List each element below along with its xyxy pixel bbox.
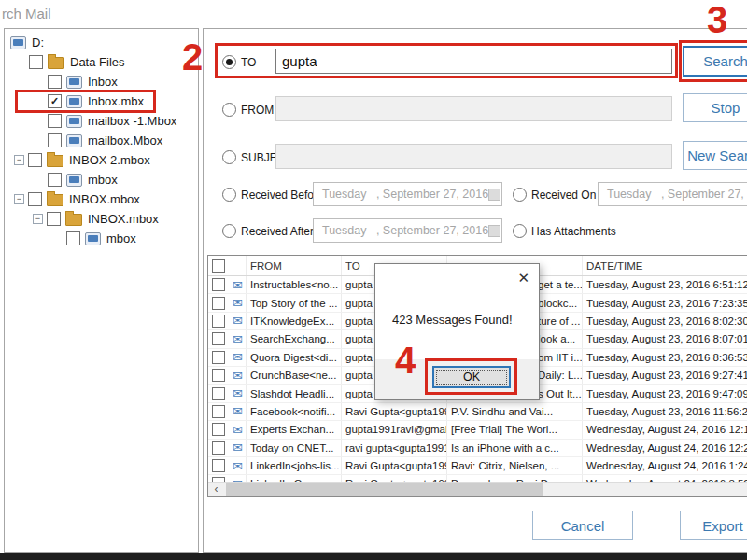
tree-item[interactable]: Inbox xyxy=(5,72,191,91)
received-on-datepicker[interactable]: Tuesday , September 27, 2016 xyxy=(598,182,747,206)
tree-item-label: Inbox xyxy=(88,75,118,89)
calendar-icon xyxy=(488,189,500,201)
envelope-icon: ✉ xyxy=(233,297,243,309)
table-row[interactable]: ✉ Facebook<notifi... Ravi Gupta<gupta199… xyxy=(208,403,747,421)
new-search-button[interactable]: New Search xyxy=(683,141,747,170)
row-checkbox[interactable] xyxy=(212,387,225,400)
tree-item[interactable]: − INBOX 2.mbox xyxy=(5,150,191,170)
has-attachments-label: Has Attachments xyxy=(531,225,616,238)
tree-item[interactable]: mailbox -1.Mbox xyxy=(5,111,191,131)
row-checkbox[interactable] xyxy=(212,278,225,291)
collapse-icon[interactable]: − xyxy=(14,194,24,204)
tree-checkbox[interactable] xyxy=(29,55,43,69)
tree-item-label: Inbox.mbx xyxy=(88,94,144,108)
row-from: Experts Exchan... xyxy=(247,421,342,438)
tree-checkbox[interactable] xyxy=(48,75,62,89)
scroll-left-arrow-icon[interactable]: ‹ xyxy=(208,483,224,496)
has-attachments-radio[interactable] xyxy=(513,224,527,238)
collapse-icon[interactable]: − xyxy=(33,214,43,224)
subject-radio[interactable] xyxy=(222,150,236,164)
tree-item[interactable]: mbox xyxy=(5,170,191,189)
tree-item[interactable]: mailbox.Mbox xyxy=(5,131,191,150)
tree-checkbox[interactable] xyxy=(48,114,62,128)
received-on-value: Tuesday , September 27, 2016 xyxy=(607,188,747,201)
collapse-icon[interactable]: − xyxy=(14,155,24,165)
row-subject: Is an iPhone with a c... xyxy=(447,440,583,456)
row-checkbox[interactable] xyxy=(212,405,225,418)
tree-item[interactable]: Data Files xyxy=(5,52,191,72)
search-button[interactable]: Search xyxy=(683,46,747,77)
stop-button[interactable]: Stop xyxy=(683,93,747,122)
row-from: Instructables<no... xyxy=(247,276,342,293)
tree-checkbox[interactable] xyxy=(28,192,42,206)
table-row[interactable]: ✉ Today on CNET... ravi gupta<gupta1991r… xyxy=(208,440,747,457)
horizontal-scrollbar[interactable]: ‹ xyxy=(208,482,747,496)
mail-icon xyxy=(66,76,82,89)
from-input[interactable] xyxy=(275,96,672,121)
to-input[interactable] xyxy=(275,49,672,74)
annotation-number-3: 3 xyxy=(707,1,727,38)
subject-input[interactable] xyxy=(275,144,672,169)
row-datetime: Tuesday, August 23, 2016 9:27:41 xyxy=(583,367,747,384)
tree-checkbox[interactable] xyxy=(28,153,42,167)
mail-icon xyxy=(66,134,82,147)
row-checkbox[interactable] xyxy=(212,351,225,364)
received-after-datepicker[interactable]: Tuesday , September 27, 2016 ▼ xyxy=(313,218,502,243)
tree-checkbox[interactable] xyxy=(48,94,62,108)
tree-item[interactable]: Inbox.mbx xyxy=(5,91,191,111)
close-icon[interactable]: ✕ xyxy=(517,270,529,287)
row-datetime: Tuesday, August 23, 2016 6:51:12 xyxy=(583,276,747,293)
table-row[interactable]: ✉ Experts Exchan... gupta1991ravi@gmail.… xyxy=(208,421,747,439)
row-checkbox[interactable] xyxy=(212,297,225,310)
row-from: Today on CNET... xyxy=(247,440,342,456)
envelope-icon: ✉ xyxy=(233,424,243,436)
export-button[interactable]: Export xyxy=(680,511,747,540)
row-checkbox[interactable] xyxy=(212,441,225,455)
tree-checkbox[interactable] xyxy=(48,173,62,187)
received-on-radio[interactable] xyxy=(513,188,527,202)
envelope-icon: ✉ xyxy=(233,370,243,382)
from-label: FROM xyxy=(241,104,274,117)
ok-button[interactable]: OK xyxy=(432,366,511,388)
to-radio[interactable] xyxy=(222,55,236,69)
received-before-radio[interactable] xyxy=(222,188,236,202)
folder-icon xyxy=(65,214,82,226)
datetime-column-header[interactable]: DATE/TIME xyxy=(583,256,747,275)
row-checkbox[interactable] xyxy=(212,315,225,328)
envelope-icon: ✉ xyxy=(233,315,243,327)
scrollbar-thumb[interactable] xyxy=(226,483,543,496)
annotation-number-4: 4 xyxy=(395,342,416,379)
row-from: Slashdot Headli... xyxy=(247,385,342,401)
row-from: LinkedIn<jobs-lis... xyxy=(247,457,342,474)
row-to: Ravi Gupta<gupta199... xyxy=(342,457,447,474)
tree-item[interactable]: − INBOX.mbox xyxy=(5,189,191,209)
cancel-button[interactable]: Cancel xyxy=(532,511,633,540)
received-before-value: Tuesday , September 27, 2016 xyxy=(322,188,488,201)
select-all-checkbox[interactable] xyxy=(212,259,225,273)
received-after-radio[interactable] xyxy=(222,224,236,238)
row-to: Ravi Gupta<gupta199... xyxy=(342,403,447,420)
row-checkbox[interactable] xyxy=(212,369,225,382)
tree-checkbox[interactable] xyxy=(47,212,61,226)
row-datetime: Wednesday, August 24, 2016 12:1 xyxy=(583,421,747,438)
tree-item[interactable]: mbox xyxy=(5,229,191,248)
bottom-edge-strip xyxy=(0,553,747,560)
row-checkbox[interactable] xyxy=(212,423,225,436)
tree-item[interactable]: D: xyxy=(5,33,191,52)
received-before-datepicker[interactable]: Tuesday , September 27, 2016 ▼ xyxy=(313,182,502,206)
row-checkbox[interactable] xyxy=(212,459,225,472)
tree-item-label: INBOX 2.mbox xyxy=(69,153,150,167)
received-before-label: Received Before xyxy=(241,189,324,202)
row-checkbox[interactable] xyxy=(212,332,225,345)
from-radio[interactable] xyxy=(222,103,236,117)
tree-checkbox[interactable] xyxy=(66,231,80,245)
tree-checkbox[interactable] xyxy=(48,133,62,147)
tree-item-label: Data Files xyxy=(70,55,125,69)
row-datetime: Tuesday, August 23, 2016 11:56:2 xyxy=(583,403,747,420)
table-row[interactable]: ✉ LinkedIn<jobs-lis... Ravi Gupta<gupta1… xyxy=(208,457,747,475)
tree-item[interactable]: − INBOX.mbox xyxy=(5,209,191,229)
tree-item-label: INBOX.mbox xyxy=(88,212,159,226)
received-after-value: Tuesday , September 27, 2016 xyxy=(322,224,488,237)
from-column-header[interactable]: FROM xyxy=(247,256,342,275)
tree-item-label: mbox xyxy=(88,173,118,187)
